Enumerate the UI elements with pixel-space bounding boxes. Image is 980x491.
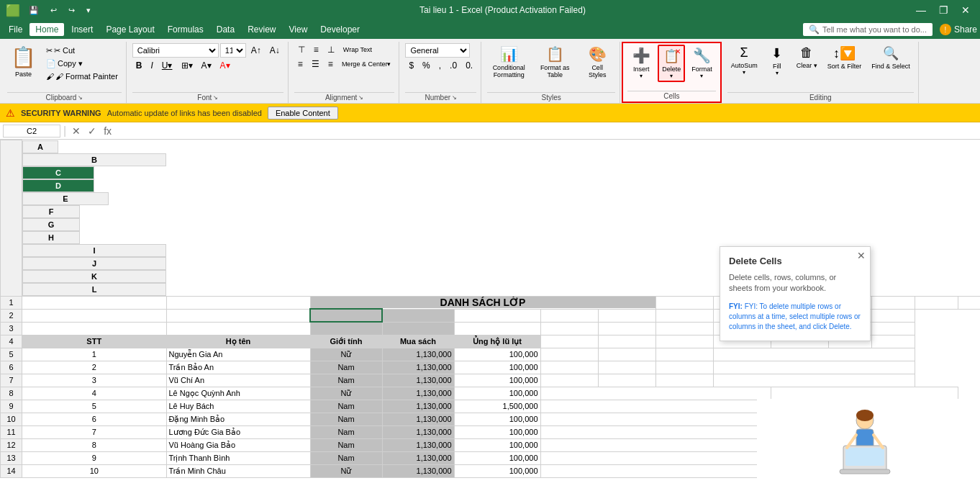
menu-review[interactable]: Review [242, 23, 281, 36]
cell-b2[interactable] [166, 309, 310, 322]
col-header-c[interactable]: C [22, 166, 94, 179]
find-select-btn[interactable]: 🔍 Find & Select [868, 43, 914, 72]
delete-btn[interactable]: 📋 ✕ Delete ▾ [658, 45, 685, 82]
cell-a3[interactable] [22, 322, 167, 335]
col-header-e[interactable]: E [22, 192, 109, 205]
border-btn[interactable]: ⊞▾ [178, 59, 196, 72]
cell-f3[interactable] [540, 322, 598, 335]
cell-g3[interactable] [598, 322, 655, 335]
fill-btn[interactable]: ⬇ Fill ▾ [764, 43, 790, 78]
cell-l3[interactable] [871, 322, 915, 335]
cell-b3[interactable] [166, 322, 310, 335]
ribbon-search-input[interactable]: Tell me what you want to do... [822, 25, 927, 34]
formula-input[interactable] [117, 127, 977, 135]
format-painter-btn[interactable]: 🖌 🖌 Format Painter [42, 71, 122, 82]
cell-l2[interactable] [871, 309, 915, 322]
cell-g4[interactable] [598, 335, 655, 348]
cell-l1[interactable] [958, 296, 980, 309]
cell-b5[interactable]: Nguyễn Gia An [166, 348, 310, 361]
fill-color-btn[interactable]: A▾ [198, 59, 215, 72]
number-format-select[interactable]: General [405, 43, 470, 58]
format-btn[interactable]: 🔧 Format ▾ [688, 45, 716, 81]
increase-font-btn[interactable]: A↑ [248, 44, 265, 57]
copy-btn[interactable]: 📄 Copy ▾ [42, 58, 122, 70]
menu-file[interactable]: File [3, 23, 28, 36]
function-btn[interactable]: fx [101, 125, 114, 137]
cell-a5[interactable]: 1 [22, 348, 167, 361]
bold-btn[interactable]: B [132, 59, 146, 72]
underline-btn[interactable]: U▾ [158, 59, 176, 72]
font-color-btn[interactable]: A▾ [217, 59, 234, 72]
cell-g2[interactable] [598, 309, 655, 322]
quick-save-btn[interactable]: 💾 [26, 4, 42, 17]
decrease-decimal-btn[interactable]: 0. [462, 59, 476, 72]
align-bottom-btn[interactable]: ⊥ [324, 43, 338, 56]
row-num-2[interactable]: 2 [1, 309, 22, 322]
cell-h2[interactable] [655, 309, 713, 322]
cell-c5[interactable]: Nữ [310, 348, 382, 361]
currency-btn[interactable]: $ [405, 59, 417, 72]
number-expand[interactable]: Number ↘ [405, 92, 476, 102]
cell-c3[interactable] [310, 322, 382, 335]
align-top-btn[interactable]: ⊤ [294, 43, 309, 56]
cell-reference-input[interactable] [3, 125, 60, 138]
cell-d3[interactable] [382, 322, 454, 335]
cell-f4[interactable] [540, 335, 598, 348]
editing-expand[interactable]: Editing [727, 92, 914, 102]
paste-btn[interactable]: 📋 Paste [7, 43, 40, 80]
align-center-btn[interactable]: ☰ [308, 58, 323, 71]
confirm-formula-btn[interactable]: ✓ [85, 125, 99, 137]
menu-view[interactable]: View [283, 23, 314, 36]
autosum-btn[interactable]: Σ AutoSum ▾ [727, 43, 761, 78]
cell-c4[interactable]: Giới tính [310, 335, 382, 348]
font-name-select[interactable]: Calibri [132, 43, 219, 58]
cell-a1[interactable] [22, 296, 167, 309]
row-num-4[interactable]: 4 [1, 335, 22, 348]
tooltip-close-btn[interactable]: ✕ [857, 250, 866, 261]
menu-formulas[interactable]: Formulas [162, 23, 209, 36]
cell-d5[interactable]: 1,130,000 [382, 348, 454, 361]
align-middle-btn[interactable]: ≡ [310, 43, 322, 56]
cell-g5[interactable] [598, 348, 655, 361]
alignment-expand[interactable]: Alignment ↘ [294, 92, 395, 102]
increase-decimal-btn[interactable]: .0 [446, 59, 460, 72]
cell-a2[interactable] [22, 309, 167, 322]
col-header-h[interactable]: H [22, 231, 80, 244]
cell-f5[interactable] [540, 348, 598, 361]
clipboard-expand[interactable]: Clipboard ↘ [7, 92, 122, 102]
italic-btn[interactable]: I [147, 59, 156, 72]
comma-btn[interactable]: , [435, 59, 445, 72]
sort-filter-btn[interactable]: ↕🔽 Sort & Filter [824, 43, 866, 72]
cells-expand[interactable]: Cells [627, 91, 716, 100]
cell-f1[interactable] [655, 296, 713, 309]
cut-btn[interactable]: ✂ ✂ Cut [42, 45, 122, 57]
cell-b1[interactable] [166, 296, 310, 309]
cell-b4[interactable]: Họ tên [166, 335, 310, 348]
menu-developer[interactable]: Developer [314, 23, 366, 36]
merge-center-btn[interactable]: Merge & Center▾ [338, 59, 395, 69]
cell-d4[interactable]: Mua sách [382, 335, 454, 348]
undo-btn[interactable]: ↩ [47, 4, 60, 17]
styles-expand[interactable]: Styles [487, 92, 615, 102]
cell-e5[interactable]: 100,000 [454, 348, 540, 361]
cell-styles-btn[interactable]: 🎨 CellStyles [579, 43, 615, 81]
cell-e2[interactable] [454, 309, 540, 322]
col-header-j[interactable]: J [22, 257, 166, 270]
cell-d2[interactable] [382, 309, 454, 322]
cell-e3[interactable] [454, 322, 540, 335]
close-btn[interactable]: ✕ [957, 3, 974, 17]
share-btn[interactable]: Share [954, 24, 977, 35]
cell-l4[interactable] [871, 335, 915, 348]
row-num-5[interactable]: 5 [1, 348, 22, 361]
cell-k1[interactable] [915, 296, 958, 309]
cell-f2[interactable] [540, 309, 598, 322]
col-header-a[interactable]: A [22, 140, 58, 153]
col-header-l[interactable]: L [22, 283, 166, 296]
font-size-select[interactable]: 11 [220, 43, 246, 58]
percent-btn[interactable]: % [419, 59, 434, 72]
cell-e4[interactable]: Ủng hộ lũ lụt [454, 335, 540, 348]
menu-page-layout[interactable]: Page Layout [100, 23, 160, 36]
menu-home[interactable]: Home [30, 23, 64, 36]
cell-c1[interactable]: DANH SÁCH LỚP [310, 296, 655, 309]
enable-content-btn[interactable]: Enable Content [268, 107, 338, 120]
